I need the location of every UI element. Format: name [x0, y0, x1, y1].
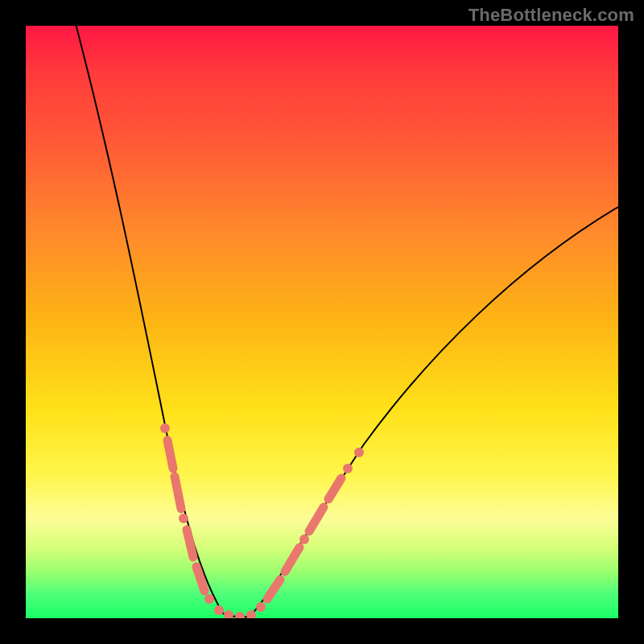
svg-point-4: [224, 610, 233, 618]
svg-point-7: [256, 602, 266, 612]
chart-svg: [26, 26, 618, 618]
markers-left: [160, 423, 224, 615]
curve-left: [74, 26, 223, 613]
svg-point-5: [235, 612, 245, 618]
svg-point-9: [343, 464, 353, 473]
curve-right: [250, 207, 618, 617]
svg-point-2: [204, 594, 214, 604]
svg-point-1: [179, 514, 188, 523]
watermark-text: TheBottleneck.com: [469, 5, 634, 26]
chart-frame: TheBottleneck.com: [0, 0, 644, 644]
markers-vertex: [224, 610, 256, 618]
svg-point-10: [354, 448, 364, 457]
svg-point-8: [299, 535, 309, 544]
svg-point-0: [160, 423, 170, 433]
plot-area: [26, 26, 618, 618]
svg-point-3: [214, 605, 224, 615]
markers-right: [256, 448, 364, 612]
